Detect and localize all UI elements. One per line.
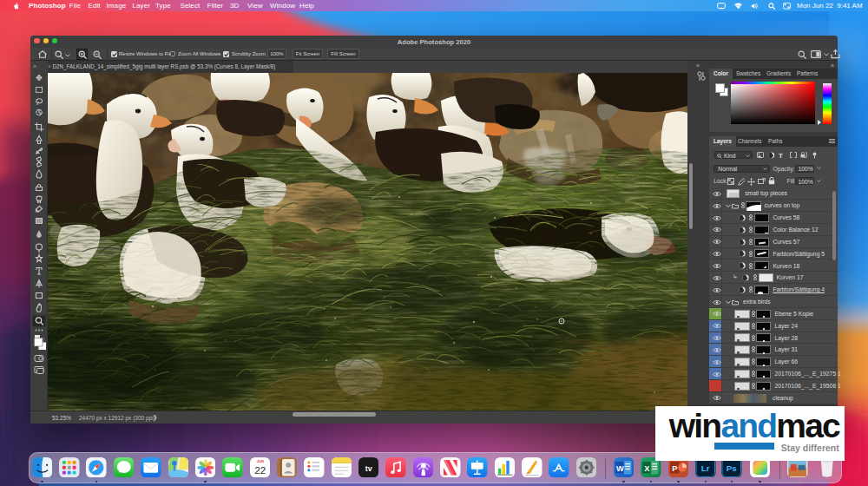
svg-text:Lr: Lr <box>701 463 710 472</box>
svg-text:tv: tv <box>365 463 372 472</box>
svg-text:W: W <box>616 464 624 473</box>
svg-text:JUN: JUN <box>256 459 263 463</box>
svg-text:P: P <box>672 464 677 473</box>
svg-text:Ps: Ps <box>727 463 738 472</box>
svg-text:22: 22 <box>254 463 266 475</box>
svg-text:X: X <box>644 464 650 473</box>
